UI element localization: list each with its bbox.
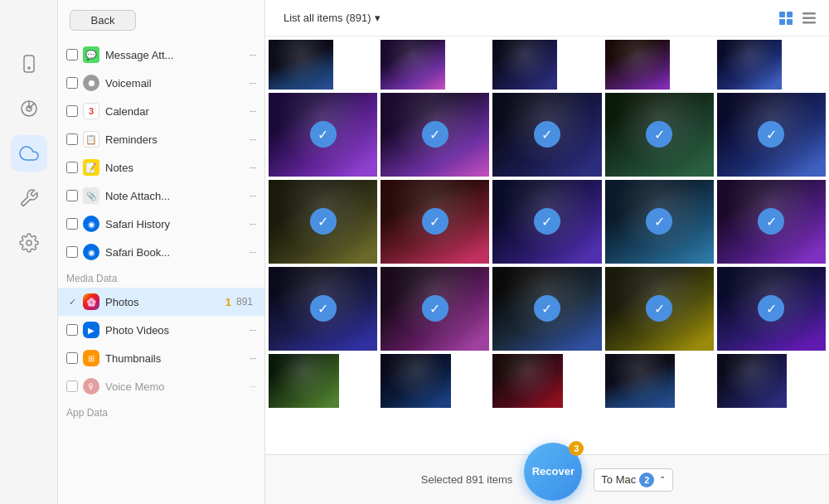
back-button[interactable]: Back bbox=[70, 10, 136, 31]
sidebar-item-notes[interactable]: 📝 Notes -- bbox=[58, 153, 264, 182]
photo-cell[interactable]: ✓ bbox=[717, 180, 826, 264]
sidebar-item-photos[interactable]: ✓ 🌸 Photos 1 891 bbox=[58, 288, 264, 316]
notes-checkbox[interactable] bbox=[66, 162, 78, 173]
photo-cell[interactable]: ✓ bbox=[492, 93, 601, 177]
photo-cell[interactable]: ✓ bbox=[605, 93, 714, 177]
sidebar-item-message-att[interactable]: 💬 Message Att... -- bbox=[58, 41, 264, 69]
note-attach-label: Note Attach... bbox=[105, 190, 250, 202]
sidebar-item-safari-book[interactable]: ◉ Safari Book... -- bbox=[58, 238, 264, 266]
safari-history-checkbox[interactable] bbox=[66, 218, 78, 230]
photo-cell[interactable]: ✓ bbox=[269, 180, 377, 264]
grid-view-icon[interactable] bbox=[778, 10, 794, 27]
settings-rail-icon[interactable] bbox=[11, 225, 47, 261]
photo-cell[interactable] bbox=[717, 354, 788, 408]
recover-button[interactable]: Recover 3 bbox=[524, 443, 582, 501]
toolbar-right bbox=[778, 10, 817, 27]
voice-memo-label: Voice Memo bbox=[105, 380, 250, 393]
sidebar-item-photo-videos[interactable]: ▶ Photo Videos -- bbox=[58, 316, 264, 344]
list-view-icon[interactable] bbox=[801, 10, 817, 27]
selected-label: Selected 891 items bbox=[421, 473, 513, 486]
voice-memo-count: -- bbox=[250, 380, 256, 392]
bottom-bar: Selected 891 items Recover 3 To Mac 2 ⌃ bbox=[265, 454, 829, 504]
calendar-checkbox[interactable] bbox=[66, 105, 78, 117]
tools-rail-icon[interactable] bbox=[11, 180, 47, 216]
reminders-checkbox[interactable] bbox=[66, 133, 78, 145]
photo-cell[interactable]: ✓ bbox=[605, 180, 714, 264]
photo-check: ✓ bbox=[758, 208, 784, 235]
photo-cell[interactable]: ✓ bbox=[381, 267, 489, 351]
photo-check: ✓ bbox=[310, 208, 337, 235]
sidebar-item-reminders[interactable]: 📋 Reminders -- bbox=[58, 125, 264, 153]
phone-rail-icon[interactable] bbox=[11, 46, 47, 82]
to-mac-badge: 2 bbox=[639, 472, 654, 487]
photo-cell[interactable] bbox=[605, 40, 670, 90]
photo-cell[interactable] bbox=[717, 40, 782, 90]
photo-videos-label: Photo Videos bbox=[105, 324, 250, 337]
photo-videos-count: -- bbox=[250, 324, 256, 336]
photo-cell[interactable]: ✓ bbox=[269, 93, 377, 177]
to-mac-button[interactable]: To Mac 2 ⌃ bbox=[594, 468, 673, 492]
photo-check: ✓ bbox=[310, 295, 337, 322]
svg-rect-11 bbox=[802, 22, 816, 24]
calendar-label: Calendar bbox=[105, 105, 250, 118]
photo-cell[interactable] bbox=[492, 40, 557, 90]
calendar-icon: 3 bbox=[83, 103, 99, 119]
photo-cell[interactable] bbox=[269, 354, 339, 408]
sidebar-item-note-attach[interactable]: 📎 Note Attach... -- bbox=[58, 182, 264, 210]
to-mac-arrow: ⌃ bbox=[659, 475, 666, 484]
svg-point-1 bbox=[28, 67, 30, 69]
main-toolbar: List all items (891) ▾ bbox=[265, 0, 829, 36]
cloud-rail-icon[interactable] bbox=[11, 135, 47, 172]
svg-rect-0 bbox=[24, 56, 34, 72]
photo-cell[interactable]: ✓ bbox=[269, 267, 377, 351]
photo-cell[interactable]: ✓ bbox=[717, 267, 826, 351]
photo-check: ✓ bbox=[534, 121, 560, 148]
sidebar-item-voice-memo[interactable]: 🎙 Voice Memo -- bbox=[58, 372, 264, 400]
list-all-button[interactable]: List all items (891) ▾ bbox=[277, 8, 387, 27]
photo-cell[interactable]: ✓ bbox=[717, 93, 826, 177]
reminders-icon: 📋 bbox=[83, 131, 99, 148]
recover-label: Recover bbox=[532, 465, 574, 477]
photo-cell[interactable]: ✓ bbox=[381, 180, 489, 264]
sidebar-item-calendar[interactable]: 3 Calendar -- bbox=[58, 97, 264, 125]
note-attach-checkbox[interactable] bbox=[66, 190, 78, 201]
message-att-label: Message Att... bbox=[105, 49, 250, 61]
photo-check: ✓ bbox=[534, 208, 560, 235]
voicemail-count: -- bbox=[250, 77, 256, 89]
photo-cell[interactable] bbox=[269, 40, 333, 90]
safari-book-count: -- bbox=[250, 246, 256, 258]
safari-history-count: -- bbox=[250, 218, 256, 230]
sidebar-item-voicemail[interactable]: ⏺ Voicemail -- bbox=[58, 69, 264, 97]
note-attach-icon: 📎 bbox=[83, 187, 99, 204]
photo-cell[interactable] bbox=[605, 354, 676, 408]
photos-check-icon: ✓ bbox=[66, 297, 78, 308]
safari-history-icon: ◉ bbox=[83, 216, 99, 232]
music-rail-icon[interactable] bbox=[11, 90, 47, 127]
photo-cell[interactable]: ✓ bbox=[492, 180, 601, 264]
photo-videos-checkbox[interactable] bbox=[66, 324, 78, 336]
photo-cell[interactable]: ✓ bbox=[605, 267, 714, 351]
photo-cell[interactable]: ✓ bbox=[381, 93, 489, 177]
photo-grid: ✓ ✓ ✓ ✓ ✓ ✓ ✓ ✓ bbox=[265, 36, 829, 454]
svg-point-4 bbox=[27, 240, 32, 245]
photo-check: ✓ bbox=[646, 208, 672, 235]
photo-cell[interactable] bbox=[381, 40, 445, 90]
photo-cell[interactable] bbox=[381, 354, 451, 408]
sidebar-item-safari-history[interactable]: ◉ Safari History -- bbox=[58, 210, 264, 238]
sidebar-item-thumbnails[interactable]: ⊞ Thumbnails -- bbox=[58, 344, 264, 372]
svg-rect-8 bbox=[787, 19, 793, 25]
media-section-label: Media Data bbox=[58, 266, 264, 288]
photo-cell[interactable] bbox=[492, 354, 563, 408]
sidebar-list: 💬 Message Att... -- ⏺ Voicemail -- 3 Cal… bbox=[58, 37, 264, 504]
message-att-checkbox[interactable] bbox=[66, 49, 78, 61]
thumbnails-checkbox[interactable] bbox=[66, 352, 78, 364]
photo-cell[interactable]: ✓ bbox=[492, 267, 601, 351]
thumbnails-count: -- bbox=[250, 352, 256, 364]
list-all-arrow: ▾ bbox=[375, 12, 381, 24]
voicemail-checkbox[interactable] bbox=[66, 77, 78, 89]
photos-count: 891 bbox=[236, 296, 253, 308]
voice-memo-checkbox[interactable] bbox=[66, 380, 78, 392]
safari-book-checkbox[interactable] bbox=[66, 246, 78, 258]
photos-icon: 🌸 bbox=[83, 293, 99, 310]
to-mac-label: To Mac bbox=[601, 473, 636, 486]
